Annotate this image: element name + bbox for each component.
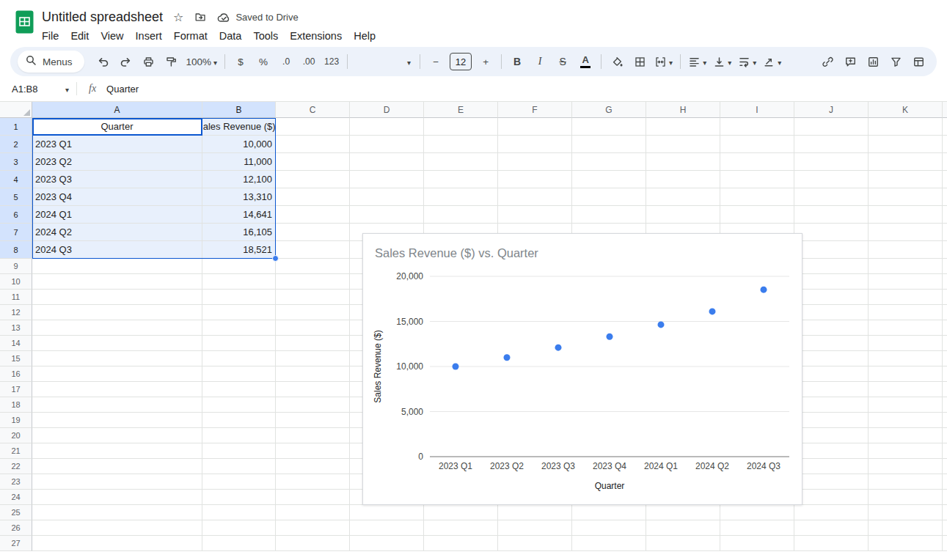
row-header-11[interactable]: 11 <box>0 290 32 305</box>
cell-K17[interactable] <box>869 382 943 397</box>
column-header-G[interactable]: G <box>572 102 646 118</box>
column-header-A[interactable]: A <box>32 102 202 118</box>
table-views-button[interactable] <box>907 51 929 72</box>
row-header-22[interactable]: 22 <box>0 459 32 474</box>
increase-decimal-button[interactable]: .00 <box>298 51 320 72</box>
cell-A19[interactable] <box>32 413 202 428</box>
cell-K15[interactable] <box>869 351 943 366</box>
cell-C8[interactable] <box>276 241 350 259</box>
row-header-23[interactable]: 23 <box>0 474 32 490</box>
cell-H6[interactable] <box>646 206 720 224</box>
cell-I26[interactable] <box>720 520 794 536</box>
cell-J2[interactable] <box>794 136 869 153</box>
cell-K23[interactable] <box>869 474 943 490</box>
cell-C19[interactable] <box>276 413 350 428</box>
embedded-chart[interactable]: 05,00010,00015,00020,0002023 Q12023 Q220… <box>362 233 802 505</box>
cell-B25[interactable] <box>202 505 276 520</box>
increase-font-size-button[interactable]: + <box>475 51 497 72</box>
menu-insert[interactable]: Insert <box>130 29 168 43</box>
row-header-27[interactable]: 27 <box>0 536 32 551</box>
cell-C6[interactable] <box>276 206 350 224</box>
undo-button[interactable] <box>92 51 114 72</box>
cell-J17[interactable] <box>794 382 869 397</box>
cell-A16[interactable] <box>32 366 202 382</box>
cell-H25[interactable] <box>646 505 720 520</box>
cell-E5[interactable] <box>424 188 498 206</box>
cell-J7[interactable] <box>794 224 869 241</box>
cell-J13[interactable] <box>794 320 869 336</box>
cell-K25[interactable] <box>869 505 943 520</box>
cell-J4[interactable] <box>794 171 869 188</box>
cell-B14[interactable] <box>202 336 276 351</box>
cell-C11[interactable] <box>276 290 350 305</box>
column-header-E[interactable]: E <box>424 102 498 118</box>
cell-J19[interactable] <box>794 413 869 428</box>
cell-G4[interactable] <box>572 171 646 188</box>
cell-B11[interactable] <box>202 290 276 305</box>
row-header-15[interactable]: 15 <box>0 351 32 366</box>
cell-K3[interactable] <box>869 153 943 171</box>
number-format-button[interactable]: 123 <box>321 51 343 72</box>
decrease-font-size-button[interactable]: − <box>425 51 447 72</box>
cell-K8[interactable] <box>869 241 943 259</box>
row-header-6[interactable]: 6 <box>0 206 32 224</box>
cell-J20[interactable] <box>794 428 869 443</box>
cell-D26[interactable] <box>350 520 424 536</box>
row-header-18[interactable]: 18 <box>0 397 32 413</box>
cell-A11[interactable] <box>32 290 202 305</box>
cell-F3[interactable] <box>498 153 572 171</box>
cell-B7[interactable]: 16,105 <box>202 224 276 241</box>
cell-E26[interactable] <box>424 520 498 536</box>
cell-J3[interactable] <box>794 153 869 171</box>
cell-B21[interactable] <box>202 443 276 459</box>
cell-A23[interactable] <box>32 474 202 490</box>
cell-E2[interactable] <box>424 136 498 153</box>
cell-K7[interactable] <box>869 224 943 241</box>
row-header-12[interactable]: 12 <box>0 305 32 320</box>
cell-B2[interactable]: 10,000 <box>202 136 276 153</box>
move-folder-icon[interactable] <box>194 11 207 23</box>
cell-J15[interactable] <box>794 351 869 366</box>
select-all-corner[interactable] <box>0 102 32 118</box>
cell-G3[interactable] <box>572 153 646 171</box>
cell-A20[interactable] <box>32 428 202 443</box>
cell-K20[interactable] <box>869 428 943 443</box>
cell-H3[interactable] <box>646 153 720 171</box>
cell-C22[interactable] <box>276 459 350 474</box>
cell-C2[interactable] <box>276 136 350 153</box>
cell-K18[interactable] <box>869 397 943 413</box>
cell-D3[interactable] <box>350 153 424 171</box>
menu-tools[interactable]: Tools <box>247 29 284 43</box>
menus-search-button[interactable]: Menus <box>18 51 84 73</box>
cell-J5[interactable] <box>794 188 869 206</box>
cell-H1[interactable] <box>646 118 720 136</box>
cell-G25[interactable] <box>572 505 646 520</box>
format-percent-button[interactable]: % <box>252 51 274 72</box>
cell-J18[interactable] <box>794 397 869 413</box>
cell-J22[interactable] <box>794 459 869 474</box>
create-filter-button[interactable] <box>885 51 907 72</box>
cell-J16[interactable] <box>794 366 869 382</box>
cell-A18[interactable] <box>32 397 202 413</box>
cell-C10[interactable] <box>276 274 350 290</box>
cell-K11[interactable] <box>869 290 943 305</box>
cell-C23[interactable] <box>276 474 350 490</box>
row-header-4[interactable]: 4 <box>0 171 32 188</box>
paint-format-button[interactable] <box>161 51 183 72</box>
cell-A21[interactable] <box>32 443 202 459</box>
cell-D5[interactable] <box>350 188 424 206</box>
cell-K27[interactable] <box>869 536 943 551</box>
cell-A27[interactable] <box>32 536 202 551</box>
vertical-align-button[interactable] <box>710 51 734 72</box>
cell-J10[interactable] <box>794 274 869 290</box>
cell-D4[interactable] <box>350 171 424 188</box>
cell-J8[interactable] <box>794 241 869 259</box>
cell-J27[interactable] <box>794 536 869 551</box>
row-header-13[interactable]: 13 <box>0 320 32 336</box>
cell-B12[interactable] <box>202 305 276 320</box>
text-color-button[interactable]: A <box>574 51 596 72</box>
cell-C5[interactable] <box>276 188 350 206</box>
cell-B15[interactable] <box>202 351 276 366</box>
cell-A12[interactable] <box>32 305 202 320</box>
cell-A25[interactable] <box>32 505 202 520</box>
